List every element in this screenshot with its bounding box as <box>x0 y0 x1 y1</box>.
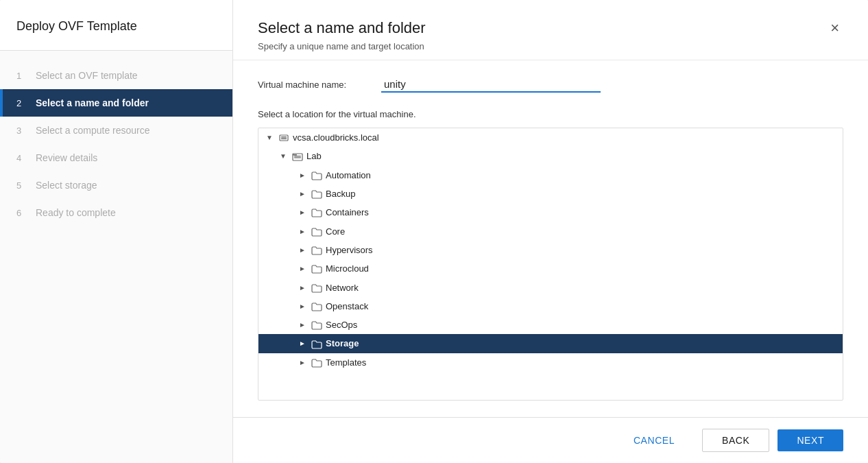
tree-node-hypervisors[interactable]: ► Hypervisors <box>258 241 843 259</box>
deploy-ovf-dialog: Deploy OVF Template 1 Select an OVF temp… <box>0 0 868 463</box>
tree-node-microcloud[interactable]: ► Microcloud <box>258 259 843 278</box>
step-label-2: Select a name and folder <box>36 97 149 108</box>
datacenter-icon <box>278 132 289 143</box>
tree-container[interactable]: ▼ vcsa.cloudbricks.local▼ Lab► Automatio… <box>258 128 843 401</box>
tree-node-secops[interactable]: ► SecOps <box>258 316 843 334</box>
step-num-3: 3 <box>16 126 29 136</box>
folder-icon <box>311 263 322 274</box>
tree-node-label: Automation <box>326 170 371 180</box>
step-num-4: 4 <box>16 153 29 163</box>
tree-node-label: vcsa.cloudbricks.local <box>293 132 379 143</box>
chevron-right-icon: ► <box>297 282 308 293</box>
folder-datacenter-icon <box>292 150 303 162</box>
folder-icon <box>311 319 322 331</box>
tree-node-storage[interactable]: ► Storage <box>258 334 843 353</box>
tree-node-label: Openstack <box>326 301 368 311</box>
svg-rect-5 <box>294 156 301 156</box>
tree-node-label: SecOps <box>326 320 357 330</box>
tree-node-label: Hypervisors <box>326 245 373 255</box>
folder-icon <box>311 225 322 237</box>
tree-node-containers[interactable]: ► Containers <box>258 203 843 222</box>
folder-icon <box>311 300 322 312</box>
tree-node-label: Backup <box>326 189 355 199</box>
tree-node-label: Microcloud <box>326 263 369 274</box>
chevron-right-icon: ► <box>297 263 308 274</box>
sidebar-step-2: 2 Select a name and folder <box>0 89 232 117</box>
sidebar-steps: 1 Select an OVF template 2 Select a name… <box>0 51 232 463</box>
tree-node-core[interactable]: ► Core <box>258 222 843 240</box>
tree-node-network[interactable]: ► Network <box>258 278 843 296</box>
step-label-3: Select a compute resource <box>36 125 150 136</box>
cancel-button[interactable]: CANCEL <box>614 429 694 451</box>
svg-rect-2 <box>281 139 287 140</box>
folder-icon <box>311 244 322 256</box>
chevron-right-icon: ► <box>297 189 308 200</box>
folder-icon <box>311 281 322 293</box>
main-header: Select a name and folder Specify a uniqu… <box>233 0 868 60</box>
tree-node-label: Containers <box>326 207 369 217</box>
chevron-right-icon: ► <box>297 357 308 368</box>
step-label-4: Review details <box>36 152 97 163</box>
step-num-2: 2 <box>16 98 29 108</box>
chevron-right-icon: ► <box>297 207 308 218</box>
tree-node-backup[interactable]: ► Backup <box>258 185 843 203</box>
chevron-right-icon: ► <box>297 320 308 331</box>
folder-icon <box>311 169 322 181</box>
step-label-5: Select storage <box>36 180 97 191</box>
tree-node-label: Templates <box>326 357 366 368</box>
sidebar-step-6[interactable]: 6 Ready to complete <box>0 199 232 226</box>
chevron-right-icon: ► <box>297 300 308 311</box>
step-label-1: Select an OVF template <box>36 70 138 81</box>
svg-rect-0 <box>280 135 288 141</box>
svg-rect-3 <box>293 154 297 156</box>
chevron-down-icon: ▼ <box>264 132 275 143</box>
step-num-5: 5 <box>16 180 29 191</box>
step-label-6: Ready to complete <box>36 207 116 218</box>
back-button[interactable]: BACK <box>702 429 769 452</box>
footer: CANCEL BACK NEXT <box>233 417 868 463</box>
tree-node-label: Lab <box>306 151 322 161</box>
chevron-down-icon: ▼ <box>278 151 289 162</box>
close-button[interactable]: × <box>826 19 843 37</box>
vm-name-label: Virtual machine name: <box>258 80 381 90</box>
tree-node-automation[interactable]: ► Automation <box>258 166 843 185</box>
step-num-1: 1 <box>16 71 29 81</box>
page-title: Select a name and folder <box>258 19 426 37</box>
sidebar-step-5[interactable]: 5 Select storage <box>0 171 232 199</box>
dialog-title: Deploy OVF Template <box>0 0 232 51</box>
main-content: Select a name and folder Specify a uniqu… <box>233 0 868 463</box>
tree-node-lab[interactable]: ▼ Lab <box>258 147 843 165</box>
sidebar-step-3[interactable]: 3 Select a compute resource <box>0 117 232 144</box>
location-label: Select a location for the virtual machin… <box>258 109 843 119</box>
sidebar: Deploy OVF Template 1 Select an OVF temp… <box>0 0 233 463</box>
svg-rect-6 <box>294 157 301 158</box>
folder-icon <box>311 357 322 368</box>
page-subtitle: Specify a unique name and target locatio… <box>258 41 426 51</box>
next-button[interactable]: NEXT <box>777 429 843 451</box>
vm-name-input[interactable] <box>381 77 601 93</box>
chevron-right-icon: ► <box>297 338 308 349</box>
folder-icon <box>311 206 322 218</box>
main-body: Virtual machine name: Select a location … <box>233 60 868 417</box>
folder-icon <box>311 337 322 349</box>
chevron-right-icon: ► <box>297 169 308 180</box>
tree-node-label: Storage <box>326 338 359 348</box>
tree-node-templates[interactable]: ► Templates <box>258 353 843 372</box>
sidebar-step-4[interactable]: 4 Review details <box>0 144 232 171</box>
main-header-text: Select a name and folder Specify a uniqu… <box>258 19 426 51</box>
tree-node-openstack[interactable]: ► Openstack <box>258 297 843 316</box>
step-num-6: 6 <box>16 208 29 218</box>
tree-node-root[interactable]: ▼ vcsa.cloudbricks.local <box>258 128 843 147</box>
tree-node-label: Network <box>326 283 359 293</box>
vm-name-row: Virtual machine name: <box>258 77 843 93</box>
tree-node-label: Core <box>326 226 345 237</box>
chevron-right-icon: ► <box>297 226 308 237</box>
svg-rect-1 <box>281 136 287 138</box>
chevron-right-icon: ► <box>297 244 308 255</box>
sidebar-step-1[interactable]: 1 Select an OVF template <box>0 62 232 89</box>
folder-icon <box>311 188 322 200</box>
